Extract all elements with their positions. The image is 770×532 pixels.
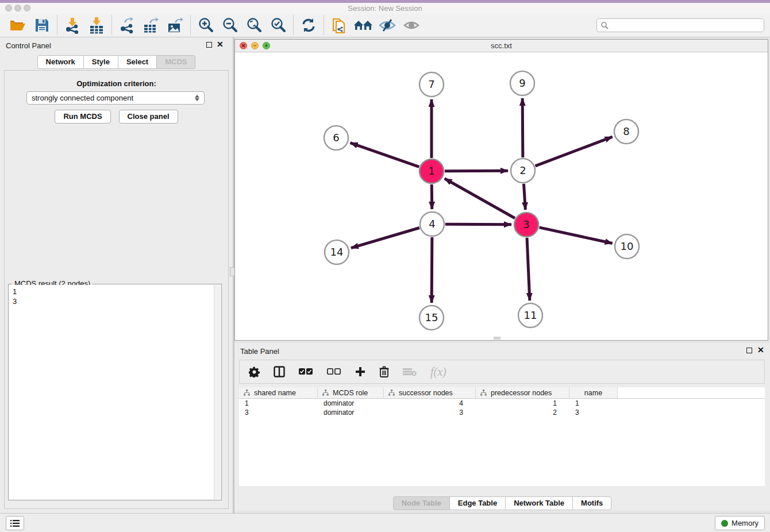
run-mcds-button[interactable]: Run MCDS (55, 110, 110, 124)
tab-node-table[interactable]: Node Table (393, 496, 450, 510)
tab-network-table[interactable]: Network Table (506, 496, 573, 510)
result-scrollbar[interactable] (214, 285, 221, 499)
network-canvas[interactable]: 7968124314101511 (235, 52, 768, 340)
tab-network[interactable]: Network (37, 55, 84, 69)
table-cell[interactable]: 1 (476, 399, 569, 407)
graph-node-label: 3 (523, 218, 529, 230)
function-builder-button[interactable]: f(x) (430, 365, 446, 379)
table-header-row[interactable]: shared nameMCDS rolesuccessor nodesprede… (239, 387, 765, 399)
table-row[interactable]: 3dominator323 (239, 408, 765, 417)
export-network-button[interactable] (115, 15, 139, 36)
column-label: shared name (254, 389, 296, 397)
table-body[interactable]: 1dominator4113dominator323 (239, 399, 765, 417)
column-header-shared-name[interactable]: shared name (239, 387, 318, 398)
graph-edge-1-6[interactable] (351, 143, 419, 167)
table-cell[interactable]: 3 (569, 408, 618, 417)
close-panel-button[interactable]: Close panel (119, 110, 178, 124)
close-table-panel-icon[interactable]: ✕ (757, 346, 764, 354)
graph-node-label: 8 (623, 125, 629, 137)
tab-edge-table[interactable]: Edge Table (450, 496, 506, 510)
network-graph[interactable]: 7968124314101511 (235, 52, 768, 340)
close-panel-icon[interactable]: ✕ (217, 40, 224, 48)
graph-node-label: 4 (429, 218, 435, 230)
save-session-button[interactable] (30, 15, 54, 36)
table-cell[interactable]: 1 (569, 399, 618, 407)
save-icon (34, 18, 49, 33)
hierarchy-icon (322, 390, 329, 396)
tab-select[interactable]: Select (118, 55, 157, 69)
table-cell[interactable]: 2 (476, 408, 569, 417)
tab-motifs[interactable]: Motifs (573, 496, 611, 510)
list-icon (10, 519, 20, 527)
float-panel-icon[interactable] (206, 42, 212, 48)
graph-edge-1-2[interactable] (445, 171, 508, 171)
column-header-predecessor-nodes[interactable]: predecessor nodes (476, 387, 569, 398)
result-line: 3 (13, 296, 214, 306)
zoom-fit-button[interactable] (242, 15, 266, 36)
deselect-all-button[interactable] (327, 368, 341, 375)
clone-network-button[interactable] (327, 15, 351, 36)
column-header-successor-nodes[interactable]: successor nodes (384, 387, 476, 398)
graph-edge-2-3[interactable] (523, 184, 525, 210)
delete-column-button[interactable] (379, 366, 389, 377)
import-network-button[interactable] (60, 15, 84, 36)
toolbar-separator (111, 16, 112, 35)
tab-mcds[interactable]: MCDS (157, 55, 195, 69)
float-table-panel-icon[interactable] (746, 348, 752, 353)
refresh-network-button[interactable] (297, 15, 321, 36)
zoom-selected-button[interactable] (266, 15, 290, 36)
window-title: Session: New Session (0, 4, 770, 13)
toolbar-separator (293, 16, 294, 35)
zoom-in-button[interactable] (194, 15, 218, 36)
table-cell[interactable]: 3 (239, 408, 318, 417)
graph-edge-3-10[interactable] (539, 228, 612, 244)
table-cell[interactable]: 1 (239, 399, 318, 407)
control-panel-header: Control Panel ✕ (0, 37, 233, 53)
graph-edge-4-14[interactable] (351, 228, 419, 248)
add-column-button[interactable] (355, 367, 365, 377)
graph-node-label: 11 (524, 309, 537, 321)
table-settings-button[interactable] (249, 367, 260, 377)
table-cell[interactable]: dominator (318, 408, 384, 417)
network-frame-titlebar[interactable]: ✕ − + scc.txt (235, 40, 768, 52)
open-session-button[interactable] (6, 15, 30, 36)
network-hscroll-thumb[interactable] (494, 337, 500, 340)
open-folder-icon (9, 18, 26, 33)
graph-edge-2-9[interactable] (522, 98, 523, 157)
task-history-button[interactable] (6, 516, 24, 530)
search-box[interactable] (596, 18, 764, 32)
mcds-tab-content: Optimization criterion: strongly connect… (4, 70, 229, 509)
import-table-button[interactable] (84, 15, 109, 36)
export-image-button[interactable] (163, 15, 187, 36)
zoom-out-button[interactable] (218, 15, 242, 36)
optimization-criterion-select[interactable]: strongly connected component (26, 91, 205, 105)
table-cell[interactable]: dominator (318, 399, 384, 407)
graph-edge-4-15[interactable] (432, 237, 432, 303)
memory-button[interactable]: Memory (715, 516, 765, 530)
tab-style[interactable]: Style (84, 55, 118, 69)
column-label: name (584, 389, 602, 397)
graph-edge-2-8[interactable] (536, 137, 613, 166)
delete-table-button[interactable] (403, 367, 417, 376)
hide-panel-button[interactable] (375, 15, 399, 36)
graph-edge-4-3[interactable] (445, 224, 511, 225)
select-all-button[interactable] (299, 368, 313, 375)
graph-edge-3-11[interactable] (527, 238, 530, 300)
table-row[interactable]: 1dominator411 (239, 399, 765, 408)
mcds-result-box: MCDS result (2 nodes) 13 (8, 284, 222, 500)
main-toolbar (0, 14, 770, 37)
table-cell[interactable]: 3 (384, 408, 476, 417)
search-input[interactable] (609, 21, 760, 30)
node-table[interactable]: shared nameMCDS rolesuccessor nodesprede… (239, 387, 765, 486)
table-cell[interactable]: 4 (384, 399, 476, 407)
graph-edge-3-1[interactable] (445, 179, 515, 218)
show-panel-button[interactable] (399, 15, 424, 36)
mcds-result-lines[interactable]: 13 (9, 285, 214, 499)
import-table-icon (88, 17, 105, 34)
home-button[interactable] (351, 15, 375, 36)
export-table-button[interactable] (139, 15, 163, 36)
column-header-name[interactable]: name (569, 387, 618, 398)
column-header-MCDS-role[interactable]: MCDS role (318, 387, 384, 398)
split-view-button[interactable] (274, 366, 285, 377)
graph-node-label: 7 (428, 78, 434, 90)
